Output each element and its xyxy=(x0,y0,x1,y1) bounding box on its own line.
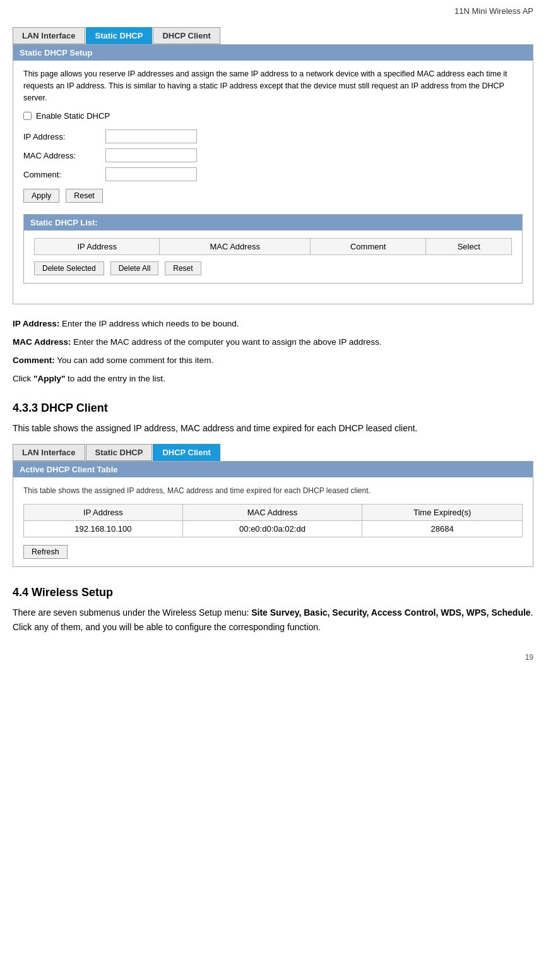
mac-desc-text: Enter the MAC address of the computer yo… xyxy=(71,337,382,347)
static-dhcp-setup-header: Static DHCP Setup xyxy=(13,45,533,61)
wireless-intro-text: There are seven submenus under the Wirel… xyxy=(13,607,251,618)
dhcp-client-section-title: 4.3.3 DHCP Client xyxy=(13,402,533,415)
ip-address-label: IP Address: xyxy=(23,132,105,141)
tab-lan-interface-2[interactable]: LAN Interface xyxy=(13,444,85,461)
mac-bold: MAC Address: xyxy=(13,337,71,347)
enable-static-dhcp-row: Enable Static DHCP xyxy=(23,111,523,121)
dhcp-row-ip: 192.168.10.100 xyxy=(24,521,183,537)
form-buttons: Apply Reset xyxy=(23,189,523,203)
list-buttons: Delete Selected Delete All Reset xyxy=(34,261,512,275)
ip-address-desc: IP Address: Enter the IP address which n… xyxy=(13,317,533,332)
static-dhcp-setup-panel: Static DHCP Setup This page allows you r… xyxy=(13,44,533,304)
comment-input[interactable] xyxy=(105,167,197,181)
refresh-button[interactable]: Refresh xyxy=(23,545,68,559)
mac-address-input[interactable] xyxy=(105,148,197,162)
dhcp-row-time: 28684 xyxy=(362,521,523,537)
ip-address-row: IP Address: xyxy=(23,129,523,143)
mac-address-label: MAC Address: xyxy=(23,151,105,160)
dhcp-client-table: IP Address MAC Address Time Expired(s) 1… xyxy=(23,504,523,537)
tab-lan-interface-1[interactable]: LAN Interface xyxy=(13,27,85,44)
dhcp-client-intro: This table shows the assigned IP address… xyxy=(13,421,533,435)
delete-all-button[interactable]: Delete All xyxy=(110,261,159,275)
page-number: 19 xyxy=(13,653,533,662)
tab-bar-1: LAN Interface Static DHCP DHCP Client xyxy=(13,27,533,44)
enable-static-dhcp-checkbox[interactable] xyxy=(23,112,32,120)
page-title: 11N Mini Wireless AP xyxy=(13,6,533,16)
reset-button[interactable]: Reset xyxy=(66,189,103,203)
apply-button[interactable]: Apply xyxy=(23,189,59,203)
comment-desc: Comment: You can add some comment for th… xyxy=(13,354,533,368)
ip-address-input[interactable] xyxy=(105,129,197,143)
dhcp-client-panel-header: Active DHCP Client Table xyxy=(13,462,533,477)
dhcp-row-mac: 00:e0:d0:0a:02:dd xyxy=(182,521,362,537)
ip-desc-text: Enter the IP address which needs to be b… xyxy=(59,319,239,328)
static-dhcp-list-header: Static DHCP List: xyxy=(24,215,522,230)
dhcp-client-desc: This table shows the assigned IP address… xyxy=(23,485,523,496)
table-header-row: IP Address MAC Address Comment Select xyxy=(35,239,512,255)
comment-desc-text: You can add some comment for this item. xyxy=(55,356,213,365)
apply-bold: "Apply" xyxy=(33,374,65,383)
col-comment: Comment xyxy=(310,239,426,255)
dhcp-table-header-row: IP Address MAC Address Time Expired(s) xyxy=(24,505,523,521)
refresh-row: Refresh xyxy=(23,545,523,559)
static-dhcp-description: This page allows you reserve IP addresse… xyxy=(23,68,523,104)
static-dhcp-setup-body: This page allows you reserve IP addresse… xyxy=(13,61,533,304)
comment-label: Comment: xyxy=(23,170,105,179)
dhcp-client-table-body: 192.168.10.100 00:e0:d0:0a:02:dd 28684 xyxy=(24,521,523,537)
static-dhcp-table: IP Address MAC Address Comment Select xyxy=(34,238,512,255)
comment-bold: Comment: xyxy=(13,356,55,365)
col-mac-address: MAC Address xyxy=(160,239,310,255)
dhcp-col-ip: IP Address xyxy=(24,505,183,521)
static-dhcp-list-body: IP Address MAC Address Comment Select De… xyxy=(24,230,522,283)
tab-dhcp-client-2[interactable]: DHCP Client xyxy=(153,444,220,461)
dhcp-col-mac: MAC Address xyxy=(182,505,362,521)
col-select: Select xyxy=(426,239,512,255)
apply-instruction: Click "Apply" to add the entry in the li… xyxy=(13,372,533,386)
static-dhcp-list-panel: Static DHCP List: IP Address MAC Address… xyxy=(23,214,523,284)
mac-address-desc: MAC Address: Enter the MAC address of th… xyxy=(13,335,533,350)
wireless-setup-title: 4.4 Wireless Setup xyxy=(13,586,533,599)
delete-selected-button[interactable]: Delete Selected xyxy=(34,261,104,275)
comment-row: Comment: xyxy=(23,167,523,181)
col-ip-address: IP Address xyxy=(35,239,160,255)
tab-dhcp-client-1[interactable]: DHCP Client xyxy=(153,27,220,44)
wireless-setup-section: 4.4 Wireless Setup There are seven subme… xyxy=(13,586,533,634)
dhcp-col-time: Time Expired(s) xyxy=(362,505,523,521)
dhcp-client-panel-body: This table shows the assigned IP address… xyxy=(13,477,533,566)
mac-address-row: MAC Address: xyxy=(23,148,523,162)
wireless-bold-text: Site Survey, Basic, Security, Access Con… xyxy=(251,607,530,618)
wireless-setup-text: There are seven submenus under the Wirel… xyxy=(13,606,533,634)
tab-static-dhcp-2[interactable]: Static DHCP xyxy=(86,444,153,461)
table-row: 192.168.10.100 00:e0:d0:0a:02:dd 28684 xyxy=(24,521,523,537)
tab-bar-2: LAN Interface Static DHCP DHCP Client xyxy=(13,444,533,461)
tab-static-dhcp-1[interactable]: Static DHCP xyxy=(86,27,153,44)
ip-bold: IP Address: xyxy=(13,319,59,328)
enable-static-dhcp-label: Enable Static DHCP xyxy=(36,111,110,121)
list-reset-button[interactable]: Reset xyxy=(165,261,201,275)
dhcp-client-panel: Active DHCP Client Table This table show… xyxy=(13,461,533,567)
